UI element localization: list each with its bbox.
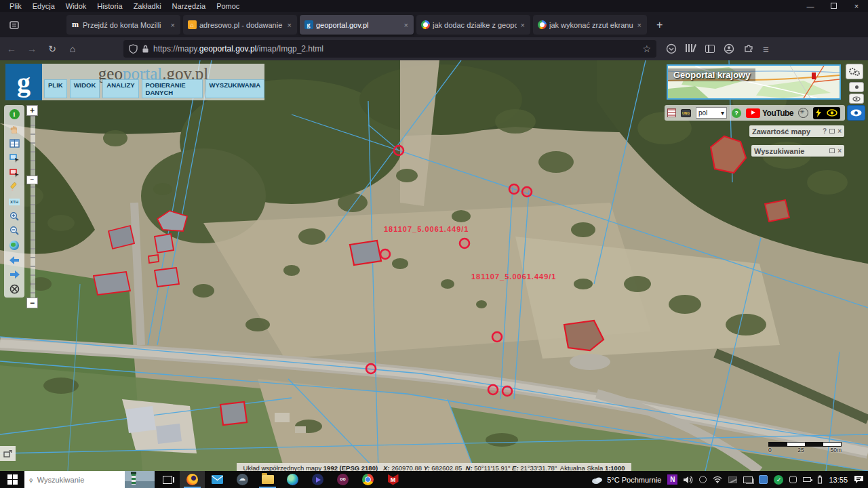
next-view-button[interactable] (7, 268, 22, 283)
taskbar-firefox[interactable] (180, 471, 205, 488)
tab-list-button[interactable] (5, 16, 23, 34)
menu-plik[interactable]: Plik (4, 1, 27, 12)
taskbar-mail[interactable] (205, 471, 230, 488)
settings-wheel-icon[interactable] (798, 108, 808, 118)
sidebar-icon[interactable] (705, 45, 715, 53)
panel-close-icon[interactable]: × (837, 147, 842, 155)
action-center-icon[interactable] (854, 475, 864, 484)
taskbar-weather[interactable] (230, 471, 255, 488)
panel-restore-icon[interactable] (829, 127, 835, 135)
taskbar-search[interactable]: ⌕ (24, 471, 155, 488)
gp-menu-plik[interactable]: PLIK (44, 79, 67, 98)
language-select[interactable]: pol▾ (696, 107, 727, 119)
panel-map-contents[interactable]: Zawartość mapy ? × (749, 125, 844, 137)
menu-pomoc[interactable]: Pomoc (211, 1, 245, 12)
weather-widget[interactable]: 5°C Pochmurnie (591, 476, 661, 484)
back-button[interactable]: ← (3, 40, 20, 58)
volume-icon[interactable] (684, 476, 693, 484)
select-red-rectangle-button[interactable] (7, 165, 22, 180)
graphics-chip-icon[interactable] (759, 475, 768, 484)
menu-narzedzia[interactable]: Narzędzia (167, 1, 212, 12)
taskbar-movies[interactable] (305, 471, 330, 488)
menu-historia[interactable]: Historia (92, 1, 127, 12)
shield-icon[interactable] (129, 44, 138, 54)
menu-edycja[interactable]: Edycja (27, 1, 60, 12)
device-tray-icon[interactable] (789, 476, 797, 483)
gp-menu-analizy[interactable]: ANALIZY (102, 79, 138, 98)
xth-tool-button[interactable]: XTH (7, 195, 22, 209)
account-icon[interactable] (724, 43, 734, 54)
zoom-in-button[interactable]: + (26, 105, 38, 116)
gp-menu-pobieranie[interactable]: POBIERANIE DANYCH (142, 79, 203, 98)
overview-toggle-button-1[interactable] (849, 82, 864, 92)
taskbar-oo-app[interactable]: oo (330, 471, 355, 488)
url-bar[interactable]: https://mapy.geoportal.gov.pl/imap/Imgp_… (123, 40, 656, 58)
start-button[interactable] (0, 471, 24, 488)
forward-button[interactable]: → (23, 40, 41, 58)
bookmark-star-icon[interactable]: ☆ (642, 43, 651, 54)
usb-icon[interactable] (817, 475, 823, 484)
zoom-out-button[interactable]: − (26, 298, 38, 308)
minimize-button[interactable]: — (799, 0, 822, 12)
device-icon[interactable]: UNG (681, 109, 691, 117)
displays-icon[interactable] (743, 476, 753, 483)
youtube-link[interactable]: YouTube (746, 108, 793, 118)
search-highlight-image[interactable] (125, 471, 155, 488)
tab-mozilla-account[interactable]: m Przejdź do konta Mozilli × (66, 15, 180, 35)
gp-menu-wyszukiwania[interactable]: WYSZUKIWANIA (205, 79, 264, 98)
visibility-eye-button[interactable] (847, 105, 865, 121)
menu-zakladki[interactable]: Zakładki (128, 1, 167, 12)
close-button[interactable]: × (845, 0, 868, 12)
restore-button[interactable] (822, 0, 845, 12)
zoom-out-tool-button[interactable] (7, 224, 22, 239)
wifi-icon[interactable] (713, 476, 722, 483)
zoom-in-tool-button[interactable] (7, 209, 22, 224)
zoom-handle[interactable]: − (26, 176, 38, 184)
overview-settings-button[interactable] (846, 64, 863, 79)
pocket-icon[interactable] (666, 43, 677, 54)
full-extent-button[interactable] (7, 239, 22, 253)
new-tab-button[interactable]: + (650, 19, 669, 31)
overview-map[interactable]: Geoportal krajowy (667, 64, 841, 100)
geoportal-logo[interactable]: g (5, 64, 42, 100)
app-menu-icon[interactable]: ≡ (763, 43, 769, 55)
tab-close-icon[interactable]: × (636, 21, 643, 29)
identify-tool-button[interactable]: i (7, 107, 22, 122)
taskbar-mcafee[interactable]: M (380, 471, 406, 488)
panel-search[interactable]: Wyszukiwanie × (751, 145, 844, 157)
overview-toggle-button-2[interactable] (849, 94, 864, 104)
select-rectangle-button[interactable] (7, 151, 22, 166)
panel-close-icon[interactable]: × (837, 127, 842, 135)
tab-geoportal[interactable]: g geoportal.gov.pl × (300, 15, 414, 35)
search-input[interactable] (37, 476, 119, 484)
windows-security-icon[interactable]: ✓ (774, 475, 783, 485)
tab-close-icon[interactable]: × (403, 21, 410, 29)
headset-icon[interactable] (699, 476, 707, 483)
clear-selection-button[interactable] (7, 282, 22, 297)
tab-google-search-1[interactable]: jak dodac działke z geoportalu × (416, 15, 530, 35)
zoom-track[interactable] (31, 116, 35, 298)
reload-button[interactable]: ↻ (43, 40, 61, 58)
panel-help-icon[interactable]: ? (823, 127, 827, 135)
tab-close-icon[interactable]: × (286, 21, 293, 29)
attribute-table-button[interactable] (7, 136, 22, 151)
previous-view-button[interactable] (7, 253, 22, 268)
map-resize-button[interactable] (0, 446, 16, 461)
taskbar-chrome[interactable] (355, 471, 380, 488)
tray-clock[interactable]: 13:55 (829, 476, 848, 484)
tab-close-icon[interactable]: × (519, 21, 526, 29)
tab-google-search-2[interactable]: jak wykonać zrzut ekranu w lapt × (533, 15, 647, 35)
legend-grid-icon[interactable] (667, 108, 676, 117)
contrast-toggle[interactable] (813, 107, 840, 119)
taskbar-explorer[interactable] (255, 471, 280, 488)
menu-widok[interactable]: Widok (60, 1, 92, 12)
taskbar-edge[interactable] (280, 471, 305, 488)
map-viewport[interactable]: 181107_5.0061.449/1 181107_5.0061.449/1 … (0, 60, 868, 471)
map-canvas[interactable]: 181107_5.0061.449/1 181107_5.0061.449/1 (0, 60, 868, 471)
task-view-button[interactable] (155, 471, 180, 488)
pan-tool-button[interactable] (7, 122, 22, 137)
extensions-puzzle-icon[interactable] (743, 43, 754, 54)
draw-tool-button[interactable] (7, 180, 22, 195)
power-meter-icon[interactable] (803, 477, 811, 482)
touchpad-icon[interactable] (728, 476, 737, 483)
